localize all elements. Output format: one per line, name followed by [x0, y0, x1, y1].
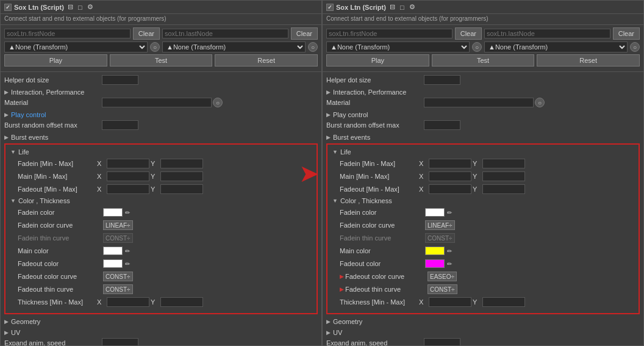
left-helper-input[interactable]: 0.3	[102, 75, 138, 85]
left-main-x-input[interactable]: 0.1	[107, 171, 149, 181]
left-clear-btn-1[interactable]: Clear	[133, 27, 160, 40]
right-thickness-y-input[interactable]: 2	[482, 297, 525, 307]
left-life-header[interactable]: ▼ Life	[10, 148, 312, 156]
right-material-input[interactable]: ●LTNWide	[424, 98, 534, 107]
right-thickness-x-input[interactable]: 1	[429, 297, 471, 307]
right-burst-events-header[interactable]: ▶ Burst events	[326, 132, 640, 142]
right-main-color-swatch[interactable]	[425, 247, 445, 255]
left-geometry-header[interactable]: ▶ Geometry	[4, 317, 318, 326]
right-checkbox[interactable]: ✓	[326, 4, 334, 11]
right-fadein-y-input[interactable]: 0	[482, 159, 525, 168]
right-fadeout-x-input[interactable]: 0.5	[429, 184, 471, 194]
left-fadeout-color-row: Fadeout color ✏	[18, 258, 312, 269]
left-interaction-header[interactable]: ▶ Interaction, Performance	[4, 87, 318, 97]
left-first-node-input[interactable]	[4, 29, 131, 38]
right-play-control-header[interactable]: ▶ Play control	[326, 110, 640, 120]
left-clear-btn-2[interactable]: Clear	[291, 27, 318, 40]
left-fadeout-thin-btn[interactable]: CONST÷	[103, 284, 133, 294]
left-test-btn[interactable]: Test	[110, 54, 213, 67]
right-icon-3[interactable]: ⚙	[408, 3, 417, 11]
left-transform-select-2[interactable]: ▲None (Transform)	[162, 41, 306, 52]
right-uv-header[interactable]: ▶ UV	[326, 328, 640, 337]
left-transform-select-1[interactable]: ▲None (Transform)	[4, 41, 148, 52]
left-checkbox[interactable]: ✓	[4, 4, 12, 11]
right-last-node-input[interactable]	[484, 29, 610, 38]
left-icon-1[interactable]: ⊟	[66, 3, 74, 11]
right-main-x-input[interactable]: 0.2	[429, 171, 471, 181]
left-thickness-x-input[interactable]: 0.2	[107, 297, 149, 307]
left-fadein-y-input[interactable]: 0	[160, 159, 203, 168]
left-fadein-y-label: Y	[151, 160, 159, 167]
left-reset-btn[interactable]: Reset	[215, 54, 318, 67]
right-fadeout-thin-btn[interactable]: CONST÷	[428, 284, 457, 294]
right-circle-btn-2[interactable]: ○	[630, 42, 640, 52]
right-clear-btn-2[interactable]: Clear	[613, 27, 640, 40]
left-uv-header[interactable]: ▶ UV	[4, 328, 318, 337]
right-test-btn[interactable]: Test	[432, 54, 535, 67]
right-burst-offset-input[interactable]: 0	[424, 120, 460, 130]
right-main-label: Main [Min - Max]	[340, 173, 419, 180]
left-fadeout-x-input[interactable]: 0.5	[107, 184, 149, 194]
right-clear-btn-1[interactable]: Clear	[455, 27, 482, 40]
right-icon-1[interactable]: ⊟	[388, 3, 396, 11]
left-expand-input[interactable]: 0	[102, 338, 138, 345]
left-play-btn[interactable]: Play	[4, 54, 107, 67]
right-fadeout-color-pencil[interactable]: ✏	[447, 261, 452, 267]
left-last-node-input[interactable]	[162, 29, 288, 38]
left-main-y-input[interactable]: 0.1	[160, 171, 203, 181]
right-geometry-header[interactable]: ▶ Geometry	[326, 317, 640, 326]
right-first-node-input[interactable]	[326, 29, 453, 38]
right-fadein-row: Fadein [Min - Max] X 0 Y 0	[340, 158, 634, 169]
left-fadein-color-swatch[interactable]	[103, 208, 123, 217]
left-circle-btn-1[interactable]: ○	[150, 42, 160, 52]
right-expand-input[interactable]: 0	[424, 338, 460, 345]
right-main-y-input[interactable]: 0.2	[482, 171, 525, 181]
right-fadeout-curve-btn[interactable]: EASEO÷	[428, 272, 457, 281]
right-circle-btn-1[interactable]: ○	[472, 42, 482, 52]
left-main-color-swatch[interactable]	[103, 247, 123, 255]
right-fadein-x-input[interactable]: 0	[429, 159, 471, 168]
left-icon-2[interactable]: □	[77, 4, 84, 11]
right-icon-2[interactable]: □	[399, 4, 406, 11]
right-color-arrow: ▼	[332, 198, 338, 204]
right-main-color-pencil[interactable]: ✏	[447, 248, 452, 254]
left-fadeout-curve-btn[interactable]: CONST÷	[103, 272, 133, 281]
left-fadeout-y-input[interactable]: 0.5	[160, 184, 203, 194]
right-life-header[interactable]: ▼ Life	[332, 148, 634, 156]
right-fadeout-y-label: Y	[473, 186, 481, 193]
right-interaction-header[interactable]: ▶ Interaction, Performance	[326, 87, 640, 97]
right-color-header[interactable]: ▼ Color , Thickness	[332, 197, 634, 204]
left-fadein-curve-btn[interactable]: LINEAF÷	[103, 220, 133, 230]
left-material-input[interactable]: ●LTNWide	[102, 98, 212, 107]
right-fadein-color-swatch[interactable]	[425, 208, 445, 217]
right-life-arrow: ▼	[332, 149, 338, 155]
right-fadein-curve-btn[interactable]: LINEAF÷	[425, 220, 455, 230]
right-material-circle[interactable]: ○	[535, 98, 545, 107]
left-main-color-pencil[interactable]: ✏	[125, 248, 130, 254]
left-circle-btn-2[interactable]: ○	[308, 42, 318, 52]
left-burst-events-header[interactable]: ▶ Burst events	[4, 132, 318, 142]
right-fadein-color-pencil[interactable]: ✏	[447, 209, 452, 216]
left-fadein-thin-btn[interactable]: CONST÷	[103, 233, 133, 243]
left-color-header[interactable]: ▼ Color , Thickness	[10, 197, 312, 204]
left-burst-offset-input[interactable]: 0	[102, 120, 138, 130]
right-fadein-label: Fadein [Min - Max]	[340, 160, 419, 167]
left-material-circle[interactable]: ○	[213, 98, 223, 107]
left-fadein-row: Fadein [Min - Max] X 0 Y 0	[18, 158, 312, 169]
left-play-control-header[interactable]: ▶ Play control	[4, 110, 318, 120]
right-transform-select-1[interactable]: ▲None (Transform)	[326, 41, 470, 52]
right-fadeout-color-swatch[interactable]	[425, 259, 445, 268]
left-fadeout-color-swatch[interactable]	[103, 259, 123, 268]
left-icon-3[interactable]: ⚙	[86, 3, 95, 11]
left-fadein-color-pencil[interactable]: ✏	[125, 209, 130, 216]
right-reset-btn[interactable]: Reset	[537, 54, 640, 67]
left-fadeout-color-pencil[interactable]: ✏	[125, 261, 130, 267]
right-play-btn[interactable]: Play	[326, 54, 429, 67]
left-fadein-x-input[interactable]: 0	[107, 159, 149, 168]
right-fadeout-y-input[interactable]: 0.5	[482, 184, 525, 194]
left-thickness-y-input[interactable]: 0.6	[160, 297, 203, 307]
right-transform-select-2[interactable]: ▲None (Transform)	[484, 41, 628, 52]
right-helper-input[interactable]: 0.3	[424, 75, 460, 85]
right-fadein-thin-label: Fadein thin curve	[340, 234, 425, 242]
right-fadein-thin-btn[interactable]: CONST÷	[425, 233, 455, 243]
